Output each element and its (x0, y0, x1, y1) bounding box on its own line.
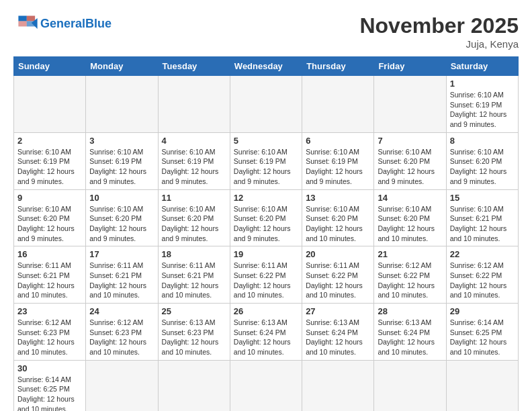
day-info: Sunrise: 6:11 AM Sunset: 6:22 PM Dayligh… (306, 261, 370, 300)
calendar-cell (86, 76, 158, 133)
svg-marker-4 (18, 21, 26, 26)
day-info: Sunrise: 6:10 AM Sunset: 6:20 PM Dayligh… (89, 204, 154, 244)
day-header-friday: Friday (374, 57, 446, 76)
calendar-cell: 7Sunrise: 6:10 AM Sunset: 6:20 PM Daylig… (374, 132, 446, 189)
generalblue-logo-icon (13, 13, 38, 34)
calendar-cell: 27Sunrise: 6:13 AM Sunset: 6:24 PM Dayli… (302, 304, 374, 361)
calendar-cell (230, 360, 302, 411)
title-block: November 2025 Juja, Kenya (359, 13, 519, 50)
day-number: 27 (306, 306, 370, 316)
day-number: 10 (89, 193, 154, 203)
day-info: Sunrise: 6:10 AM Sunset: 6:19 PM Dayligh… (234, 147, 298, 187)
calendar-week-row: 16Sunrise: 6:11 AM Sunset: 6:21 PM Dayli… (14, 246, 519, 304)
calendar-cell (158, 360, 230, 411)
calendar-cell: 17Sunrise: 6:11 AM Sunset: 6:21 PM Dayli… (86, 246, 158, 304)
calendar-cell: 11Sunrise: 6:10 AM Sunset: 6:20 PM Dayli… (158, 189, 230, 246)
day-info: Sunrise: 6:13 AM Sunset: 6:23 PM Dayligh… (162, 318, 226, 357)
calendar-cell: 25Sunrise: 6:13 AM Sunset: 6:23 PM Dayli… (158, 304, 230, 361)
calendar-cell: 20Sunrise: 6:11 AM Sunset: 6:22 PM Dayli… (302, 246, 374, 304)
calendar-cell: 24Sunrise: 6:12 AM Sunset: 6:23 PM Dayli… (86, 304, 158, 361)
day-info: Sunrise: 6:12 AM Sunset: 6:22 PM Dayligh… (378, 261, 442, 300)
day-header-saturday: Saturday (446, 57, 518, 76)
calendar-week-row: 9Sunrise: 6:10 AM Sunset: 6:20 PM Daylig… (14, 189, 519, 246)
logo-text: GeneralBlue (40, 17, 112, 31)
day-number: 8 (450, 136, 515, 146)
day-info: Sunrise: 6:10 AM Sunset: 6:19 PM Dayligh… (450, 90, 515, 130)
calendar-cell: 21Sunrise: 6:12 AM Sunset: 6:22 PM Dayli… (374, 246, 446, 304)
day-header-tuesday: Tuesday (158, 57, 230, 76)
day-number: 4 (162, 136, 226, 146)
day-number: 9 (17, 193, 82, 203)
calendar-cell: 15Sunrise: 6:10 AM Sunset: 6:21 PM Dayli… (446, 189, 518, 246)
day-info: Sunrise: 6:10 AM Sunset: 6:19 PM Dayligh… (306, 147, 370, 187)
day-info: Sunrise: 6:11 AM Sunset: 6:21 PM Dayligh… (162, 261, 226, 300)
calendar-table: SundayMondayTuesdayWednesdayThursdayFrid… (13, 56, 519, 411)
day-number: 30 (17, 363, 82, 373)
day-number: 5 (234, 136, 298, 146)
day-info: Sunrise: 6:10 AM Sunset: 6:20 PM Dayligh… (162, 204, 226, 244)
day-info: Sunrise: 6:11 AM Sunset: 6:21 PM Dayligh… (17, 261, 82, 300)
day-info: Sunrise: 6:10 AM Sunset: 6:19 PM Dayligh… (89, 147, 154, 187)
calendar-cell: 18Sunrise: 6:11 AM Sunset: 6:21 PM Dayli… (158, 246, 230, 304)
month-title: November 2025 (359, 13, 519, 38)
calendar-cell: 12Sunrise: 6:10 AM Sunset: 6:20 PM Dayli… (230, 189, 302, 246)
day-info: Sunrise: 6:11 AM Sunset: 6:21 PM Dayligh… (89, 261, 154, 300)
calendar-cell (14, 76, 86, 133)
calendar-cell: 23Sunrise: 6:12 AM Sunset: 6:23 PM Dayli… (14, 304, 86, 361)
day-info: Sunrise: 6:12 AM Sunset: 6:23 PM Dayligh… (17, 318, 82, 357)
day-number: 22 (450, 249, 515, 259)
day-info: Sunrise: 6:13 AM Sunset: 6:24 PM Dayligh… (234, 318, 298, 357)
svg-marker-3 (27, 16, 35, 21)
day-info: Sunrise: 6:10 AM Sunset: 6:19 PM Dayligh… (17, 147, 82, 187)
day-header-monday: Monday (86, 57, 158, 76)
day-number: 23 (17, 306, 82, 316)
day-info: Sunrise: 6:10 AM Sunset: 6:20 PM Dayligh… (306, 204, 370, 244)
day-info: Sunrise: 6:13 AM Sunset: 6:24 PM Dayligh… (378, 318, 442, 357)
day-number: 20 (306, 249, 370, 259)
calendar-cell: 28Sunrise: 6:13 AM Sunset: 6:24 PM Dayli… (374, 304, 446, 361)
day-number: 7 (378, 136, 442, 146)
day-info: Sunrise: 6:10 AM Sunset: 6:20 PM Dayligh… (234, 204, 298, 244)
calendar-cell (302, 76, 374, 133)
calendar-cell: 5Sunrise: 6:10 AM Sunset: 6:19 PM Daylig… (230, 132, 302, 189)
calendar-cell (374, 360, 446, 411)
calendar-cell: 13Sunrise: 6:10 AM Sunset: 6:20 PM Dayli… (302, 189, 374, 246)
day-number: 29 (450, 306, 515, 316)
calendar-cell: 2Sunrise: 6:10 AM Sunset: 6:19 PM Daylig… (14, 132, 86, 189)
calendar-cell: 6Sunrise: 6:10 AM Sunset: 6:19 PM Daylig… (302, 132, 374, 189)
day-number: 16 (17, 249, 82, 259)
logo: GeneralBlue (13, 13, 112, 34)
calendar-week-row: 2Sunrise: 6:10 AM Sunset: 6:19 PM Daylig… (14, 132, 519, 189)
day-info: Sunrise: 6:10 AM Sunset: 6:20 PM Dayligh… (450, 147, 515, 187)
day-info: Sunrise: 6:10 AM Sunset: 6:21 PM Dayligh… (450, 204, 515, 244)
calendar-cell: 16Sunrise: 6:11 AM Sunset: 6:21 PM Dayli… (14, 246, 86, 304)
calendar-cell (86, 360, 158, 411)
location: Juja, Kenya (359, 38, 519, 50)
calendar-cell: 9Sunrise: 6:10 AM Sunset: 6:20 PM Daylig… (14, 189, 86, 246)
day-info: Sunrise: 6:10 AM Sunset: 6:20 PM Dayligh… (378, 147, 442, 187)
day-number: 15 (450, 193, 515, 203)
calendar-week-row: 30Sunrise: 6:14 AM Sunset: 6:25 PM Dayli… (14, 360, 519, 411)
calendar-cell: 29Sunrise: 6:14 AM Sunset: 6:25 PM Dayli… (446, 304, 518, 361)
svg-marker-2 (18, 16, 26, 21)
day-info: Sunrise: 6:11 AM Sunset: 6:22 PM Dayligh… (234, 261, 298, 300)
day-number: 25 (162, 306, 226, 316)
day-info: Sunrise: 6:10 AM Sunset: 6:20 PM Dayligh… (17, 204, 82, 244)
calendar-cell (446, 360, 518, 411)
day-number: 2 (17, 136, 82, 146)
day-number: 13 (306, 193, 370, 203)
day-number: 26 (234, 306, 298, 316)
day-header-sunday: Sunday (14, 57, 86, 76)
day-number: 17 (89, 249, 154, 259)
day-number: 21 (378, 249, 442, 259)
calendar-cell: 10Sunrise: 6:10 AM Sunset: 6:20 PM Dayli… (86, 189, 158, 246)
day-info: Sunrise: 6:14 AM Sunset: 6:25 PM Dayligh… (450, 318, 515, 357)
day-info: Sunrise: 6:10 AM Sunset: 6:20 PM Dayligh… (378, 204, 442, 244)
calendar-header-row: SundayMondayTuesdayWednesdayThursdayFrid… (14, 57, 519, 76)
calendar-cell (302, 360, 374, 411)
calendar-week-row: 1Sunrise: 6:10 AM Sunset: 6:19 PM Daylig… (14, 76, 519, 133)
day-header-wednesday: Wednesday (230, 57, 302, 76)
calendar-cell (158, 76, 230, 133)
calendar-cell: 8Sunrise: 6:10 AM Sunset: 6:20 PM Daylig… (446, 132, 518, 189)
day-number: 6 (306, 136, 370, 146)
